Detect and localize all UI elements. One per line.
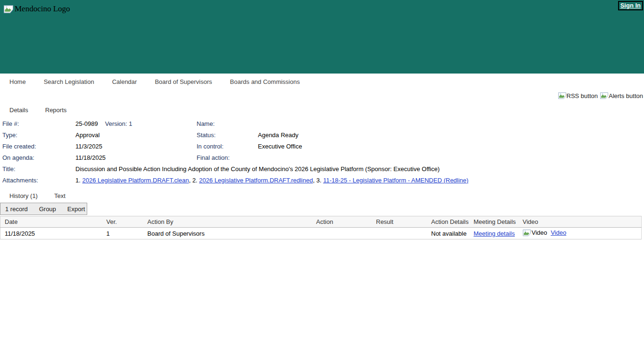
type-label: Type: [2,130,75,141]
nav-item-board-of-supervisors[interactable]: Board of Supervisors [155,78,212,85]
cell-action [314,228,374,239]
column-header-result[interactable]: Result [374,216,429,228]
record-details: File #: 25-0989Version: 1 Name: Type: Ap… [2,118,644,186]
final-action-value [258,152,644,164]
attachment-prefix: 1. [75,177,82,184]
logo-alt-text: Mendocino Logo [15,4,70,14]
history-table: Date Ver. Action By Action Result Action… [0,216,642,239]
attachment-separator: , [313,177,316,184]
cell-action-by: Board of Supervisors [145,228,314,239]
nav-item-calendar[interactable]: Calendar [112,78,137,85]
name-label: Name: [197,118,258,130]
cell-video: Video Video [520,228,642,239]
attachment-link-2[interactable]: 2026 Legislative Platform.DRAFT.redlined [199,177,313,184]
alerts-button[interactable]: Alerts button [600,92,643,99]
attachment-prefix: 3. [316,177,323,184]
attachment-link-3[interactable]: 11-18-25 - Legislative Platform - AMENDE… [323,177,468,184]
feed-buttons-row: RSS button Alerts button [0,91,644,100]
column-header-action-details[interactable]: Action Details [429,216,471,228]
version-label: Version: 1 [105,120,132,127]
column-header-action-by[interactable]: Action By [145,216,314,228]
on-agenda-label: On agenda: [2,152,75,164]
alerts-icon [600,92,608,99]
column-header-ver[interactable]: Ver. [104,216,145,228]
column-header-date[interactable]: Date [0,216,104,228]
file-number-label: File #: [2,118,75,130]
rss-icon [558,92,566,99]
meeting-details-link[interactable]: Meeting details [474,230,515,237]
in-control-value: Executive Office [258,141,644,152]
nav-item-home[interactable]: Home [9,78,26,85]
rss-button-alt-text: RSS button [567,92,598,99]
tab-reports[interactable]: Reports [45,107,67,114]
record-count: 1 record [0,206,34,213]
main-nav: Home Search Legislation Calendar Board o… [0,74,644,90]
nav-item-boards-and-commissions[interactable]: Boards and Commissions [230,78,300,85]
rss-button[interactable]: RSS button [558,92,598,99]
column-header-action[interactable]: Action [314,216,374,228]
video-link[interactable]: Video [551,229,566,236]
attachment-separator: , [189,177,192,184]
status-value: Agenda Ready [258,130,644,141]
cell-meeting-details: Meeting details [471,228,520,239]
grid-toolbar: 1 record Group Export [0,203,87,215]
sign-in-link[interactable]: Sign In [620,2,641,9]
file-number-value: 25-0989Version: 1 [75,118,197,130]
broken-image-icon [4,5,13,13]
name-value [258,118,644,130]
attachments-label: Attachments: [2,175,75,186]
tab-details[interactable]: Details [9,107,28,114]
column-header-meeting-details[interactable]: Meeting Details [471,216,520,228]
export-button[interactable]: Export [63,206,92,213]
video-alt-text: Video [532,229,547,236]
group-button[interactable]: Group [34,206,63,213]
on-agenda-value: 11/18/2025 [75,152,197,164]
cell-action-details: Not available [429,228,471,239]
cell-ver: 1 [104,228,145,239]
tab-history[interactable]: History (1) [9,192,38,199]
detail-tabs: Details Reports [9,107,644,114]
file-created-label: File created: [2,141,75,152]
column-header-video[interactable]: Video [520,216,642,228]
title-value: Discussion and Possible Action Including… [75,164,644,175]
attachments-value: 1. 2026 Legislative Platform.DRAFT.clean… [75,175,644,186]
status-label: Status: [197,130,258,141]
cell-date: 11/18/2025 [0,228,104,239]
nav-item-search-legislation[interactable]: Search Legislation [44,78,94,85]
tab-text[interactable]: Text [54,192,66,199]
table-header-row: Date Ver. Action By Action Result Action… [0,216,642,228]
history-tabs: History (1) Text [9,192,644,199]
alerts-button-alt-text: Alerts button [609,92,643,99]
video-icon [523,230,531,236]
final-action-label: Final action: [197,152,258,164]
attachment-prefix: 2. [192,177,199,184]
file-created-value: 11/3/2025 [75,141,197,152]
site-header: Mendocino Logo Sign In [0,0,644,74]
title-label: Title: [2,164,75,175]
cell-result [374,228,429,239]
sign-in-button[interactable]: Sign In [618,1,643,10]
table-row: 11/18/2025 1 Board of Supervisors Not av… [0,228,642,239]
type-value: Approval [75,130,197,141]
site-logo: Mendocino Logo [4,4,70,14]
in-control-label: In control: [197,141,258,152]
attachment-link-1[interactable]: 2026 Legislative Platform.DRAFT.clean [82,177,189,184]
